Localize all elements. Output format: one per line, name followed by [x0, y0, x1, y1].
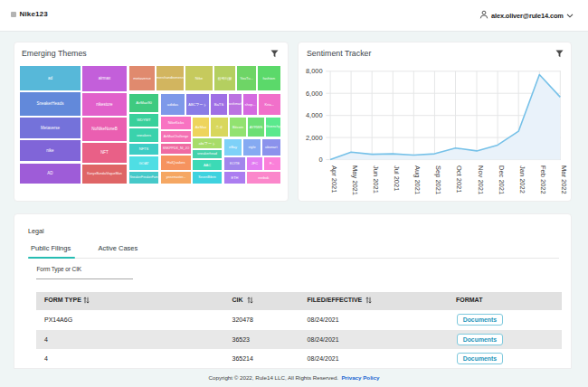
- svg-text:Jul 2021: Jul 2021: [393, 165, 401, 191]
- svg-text:Dec 2021: Dec 2021: [498, 165, 506, 194]
- svg-text:Sep 2021: Sep 2021: [434, 165, 442, 194]
- svg-text:May 2021: May 2021: [351, 165, 359, 195]
- svg-text:6,000: 6,000: [306, 90, 323, 98]
- svg-text:8,000: 8,000: [306, 67, 323, 75]
- svg-text:Mar 2022: Mar 2022: [560, 165, 568, 194]
- svg-text:Jun 2021: Jun 2021: [372, 165, 380, 194]
- svg-text:Oct 2021: Oct 2021: [455, 165, 463, 193]
- svg-text:2,000: 2,000: [306, 134, 323, 142]
- svg-text:Aug 2021: Aug 2021: [413, 165, 422, 194]
- svg-text:0: 0: [318, 156, 322, 164]
- svg-text:Nov 2021: Nov 2021: [477, 165, 485, 194]
- svg-text:Jan 2022: Jan 2022: [518, 165, 526, 194]
- svg-text:4,000: 4,000: [306, 111, 323, 119]
- svg-text:Apr 2021: Apr 2021: [330, 165, 338, 193]
- svg-text:Feb 2022: Feb 2022: [539, 165, 547, 194]
